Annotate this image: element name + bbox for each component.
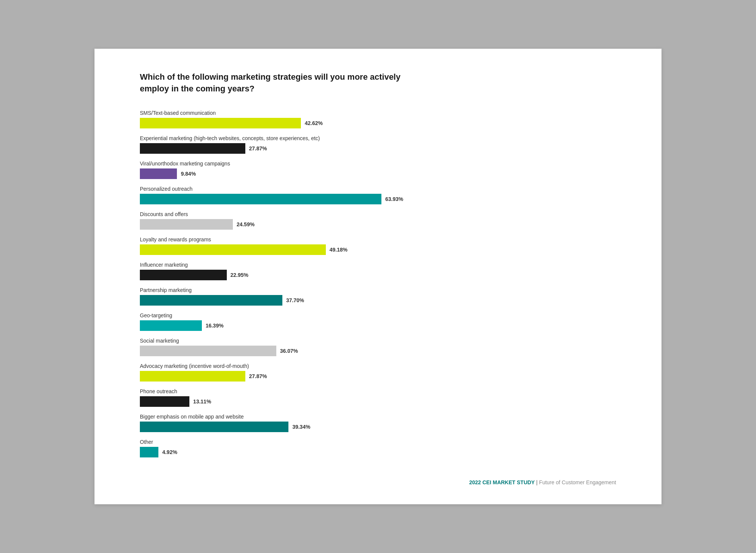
bar-label: Discounts and offers: [140, 211, 616, 217]
footer-subtitle: Future of Customer Engagement: [539, 479, 616, 485]
bar-label: Loyalty and rewards programs: [140, 236, 616, 243]
footer: 2022 CEI MARKET STUDY | Future of Custom…: [140, 479, 616, 485]
bar-row: 36.07%: [140, 346, 616, 356]
bar-fill: [140, 244, 326, 255]
bar-fill: [140, 270, 227, 280]
bar-item: Advocacy marketing (incentive word-of-mo…: [140, 363, 616, 382]
bar-label: Other: [140, 439, 616, 445]
bar-label: Experiential marketing (high-tech websit…: [140, 135, 616, 141]
bar-row: 37.70%: [140, 295, 616, 306]
bar-value: 39.34%: [292, 424, 310, 430]
bar-label: Partnership marketing: [140, 287, 616, 293]
bar-fill: [140, 143, 245, 154]
bar-row: 39.34%: [140, 422, 616, 432]
bar-row: 4.92%: [140, 447, 616, 457]
bar-value: 36.07%: [280, 348, 298, 354]
bar-item: Influencer marketing22.95%: [140, 262, 616, 280]
bar-label: Viral/unorthodox marketing campaigns: [140, 161, 616, 167]
bar-fill: [140, 396, 189, 407]
bar-row: 16.39%: [140, 320, 616, 331]
bar-label: Advocacy marketing (incentive word-of-mo…: [140, 363, 616, 369]
bar-fill: [140, 168, 177, 179]
bar-fill: [140, 371, 245, 382]
footer-separator: |: [535, 479, 539, 485]
bar-label: Geo-targeting: [140, 312, 616, 318]
bar-item: Geo-targeting16.39%: [140, 312, 616, 331]
bar-item: Bigger emphasis on mobile app and websit…: [140, 414, 616, 432]
bar-label: Personalized outreach: [140, 186, 616, 192]
bar-value: 63.93%: [385, 196, 403, 202]
bar-row: 24.59%: [140, 219, 616, 230]
bar-fill: [140, 422, 288, 432]
bar-fill: [140, 320, 202, 331]
bar-label: Influencer marketing: [140, 262, 616, 268]
bar-fill: [140, 346, 276, 356]
bar-value: 22.95%: [231, 272, 248, 278]
bar-fill: [140, 118, 301, 128]
bar-value: 4.92%: [162, 449, 177, 455]
bar-item: Partnership marketing37.70%: [140, 287, 616, 306]
bar-item: Experiential marketing (high-tech websit…: [140, 135, 616, 154]
bar-label: Bigger emphasis on mobile app and websit…: [140, 414, 616, 420]
bar-value: 49.18%: [330, 247, 347, 253]
bar-fill: [140, 295, 282, 306]
bar-item: Discounts and offers24.59%: [140, 211, 616, 230]
bar-item: Social marketing36.07%: [140, 338, 616, 356]
bar-value: 9.84%: [181, 171, 196, 177]
bar-row: 27.87%: [140, 143, 616, 154]
bar-row: 9.84%: [140, 168, 616, 179]
bar-item: Phone outreach13.11%: [140, 388, 616, 407]
bar-fill: [140, 219, 233, 230]
report-card: Which of the following marketing strateg…: [94, 49, 662, 504]
bar-row: 42.62%: [140, 118, 616, 128]
footer-brand: 2022 CEI MARKET STUDY: [469, 479, 534, 485]
bar-label: SMS/Text-based communication: [140, 110, 616, 116]
bar-row: 22.95%: [140, 270, 616, 280]
bar-value: 27.87%: [249, 373, 267, 379]
bar-item: Other4.92%: [140, 439, 616, 457]
bar-row: 49.18%: [140, 244, 616, 255]
bar-fill: [140, 194, 381, 204]
bar-row: 13.11%: [140, 396, 616, 407]
bar-value: 42.62%: [305, 120, 322, 126]
bar-value: 37.70%: [286, 297, 304, 303]
bar-value: 27.87%: [249, 145, 267, 151]
bar-value: 13.11%: [193, 399, 211, 405]
bar-item: Loyalty and rewards programs49.18%: [140, 236, 616, 255]
bar-label: Social marketing: [140, 338, 616, 344]
bar-label: Phone outreach: [140, 388, 616, 394]
bar-row: 27.87%: [140, 371, 616, 382]
bar-item: Viral/unorthodox marketing campaigns9.84…: [140, 161, 616, 179]
bar-item: SMS/Text-based communication42.62%: [140, 110, 616, 128]
chart-container: SMS/Text-based communication42.62%Experi…: [140, 110, 616, 464]
bar-row: 63.93%: [140, 194, 616, 204]
bar-value: 16.39%: [206, 323, 223, 329]
bar-item: Personalized outreach63.93%: [140, 186, 616, 204]
bar-value: 24.59%: [237, 221, 254, 227]
bar-fill: [140, 447, 158, 457]
chart-question: Which of the following marketing strateg…: [140, 71, 404, 95]
